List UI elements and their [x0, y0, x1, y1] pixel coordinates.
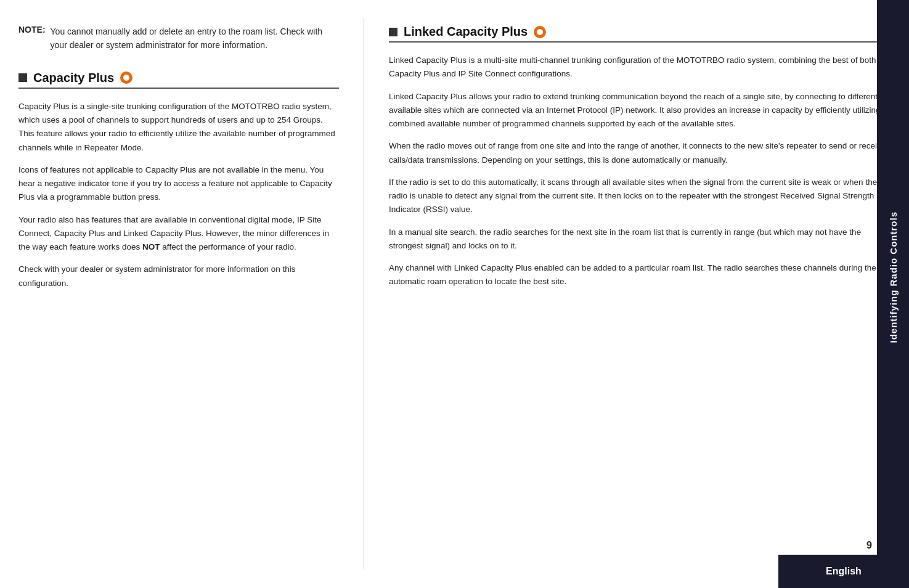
linked-capacity-plus-icon-inner: [537, 29, 543, 35]
note-text: You cannot manually add or delete an ent…: [51, 25, 339, 52]
linked-para-5: In a manual site search, the radio searc…: [389, 226, 897, 253]
heading-square-icon-2: [389, 28, 397, 36]
capacity-plus-title: Capacity Plus: [33, 71, 114, 85]
capacity-plus-para-2: Icons of features not applicable to Capa…: [18, 163, 339, 205]
language-label: English: [826, 566, 862, 577]
heading-square-icon: [18, 73, 27, 82]
side-tab-label: Identifying Radio Controls: [888, 211, 899, 343]
linked-para-1: Linked Capacity Plus is a multi-site mul…: [389, 54, 897, 81]
bottom-bar: English: [778, 555, 909, 588]
linked-capacity-plus-title: Linked Capacity Plus: [404, 25, 528, 39]
capacity-plus-heading: Capacity Plus: [18, 71, 339, 89]
capacity-plus-icon: [120, 71, 132, 84]
capacity-plus-para-1: Capacity Plus is a single-site trunking …: [18, 100, 339, 155]
main-content: NOTE: You cannot manually add or delete …: [0, 0, 909, 588]
capacity-plus-para-4: Check with your dealer or system adminis…: [18, 263, 339, 290]
linked-capacity-plus-heading: Linked Capacity Plus: [389, 25, 897, 43]
note-label: NOTE:: [18, 25, 46, 52]
left-column: NOTE: You cannot manually add or delete …: [18, 18, 364, 570]
capacity-plus-icon-inner: [123, 75, 129, 81]
linked-para-2: Linked Capacity Plus allows your radio t…: [389, 90, 897, 131]
capacity-plus-para-3: Your radio also has features that are av…: [18, 213, 339, 255]
note-block: NOTE: You cannot manually add or delete …: [18, 25, 339, 52]
right-column: Linked Capacity Plus Linked Capacity Plu…: [364, 18, 909, 570]
linked-capacity-plus-icon: [534, 26, 546, 38]
side-tab: Identifying Radio Controls: [877, 0, 909, 555]
linked-capacity-plus-heading-wrapper: Linked Capacity Plus: [389, 25, 897, 43]
page-number: 9: [866, 540, 872, 551]
capacity-plus-heading-wrapper: Capacity Plus: [18, 71, 339, 89]
linked-para-6: Any channel with Linked Capacity Plus en…: [389, 261, 897, 289]
page-container: NOTE: You cannot manually add or delete …: [0, 0, 909, 588]
linked-para-3: When the radio moves out of range from o…: [389, 139, 897, 167]
linked-para-4: If the radio is set to do this automatic…: [389, 176, 897, 217]
